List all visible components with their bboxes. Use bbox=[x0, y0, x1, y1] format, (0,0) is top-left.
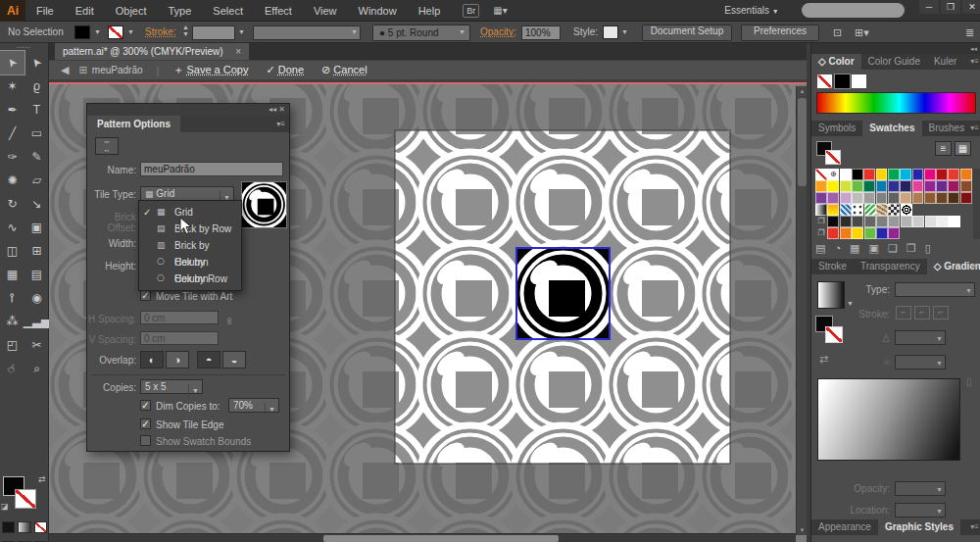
close-panel-icon[interactable]: ✕ bbox=[278, 105, 285, 114]
style-swatch[interactable] bbox=[603, 25, 618, 39]
fill-color-swatch[interactable] bbox=[74, 25, 90, 39]
link-spacing-icon[interactable]: ∞ bbox=[224, 318, 236, 325]
swatch[interactable] bbox=[863, 192, 875, 204]
gradient-angle-select[interactable]: ▼ bbox=[895, 330, 946, 345]
swatch[interactable] bbox=[827, 227, 839, 239]
vertical-scrollbar[interactable]: ▲ ▼ bbox=[796, 86, 807, 535]
color-themes-icon[interactable]: ◔ bbox=[834, 242, 841, 255]
tab-kuler[interactable]: Kuler bbox=[927, 54, 963, 70]
tab-symbols[interactable]: Symbols bbox=[811, 121, 862, 136]
swatch[interactable] bbox=[827, 216, 839, 227]
dim-copies-checkbox[interactable]: ✓ bbox=[140, 400, 151, 411]
menu-item-hex-by-row[interactable]: ⎔Hex by Row bbox=[139, 271, 241, 287]
swatch[interactable] bbox=[948, 169, 959, 180]
swatch[interactable] bbox=[948, 192, 959, 204]
gradient-slider[interactable] bbox=[817, 378, 960, 461]
show-swatch-bounds-checkbox[interactable] bbox=[140, 435, 151, 446]
panel-menu-icon[interactable]: ▾≡ bbox=[276, 120, 285, 128]
swap-fill-stroke-icon[interactable]: ⇄ bbox=[38, 474, 46, 484]
move-tile-checkbox[interactable]: ✓ bbox=[140, 290, 151, 301]
hand-tool[interactable]: ☞ bbox=[0, 357, 24, 380]
swatch[interactable] bbox=[924, 180, 936, 192]
list-view-button[interactable]: ≡ bbox=[935, 141, 952, 156]
menu-item-brick-by-column[interactable]: ▥Brick by Column bbox=[139, 237, 241, 254]
location-select[interactable]: ▼ bbox=[895, 503, 946, 517]
scale-tool[interactable]: ↘ bbox=[24, 192, 49, 216]
eraser-tool[interactable]: ▱ bbox=[24, 169, 49, 192]
chevron-down-icon[interactable]: ▼ bbox=[459, 28, 466, 35]
stroke-across-icon[interactable]: ⌐ bbox=[933, 306, 949, 320]
save-a-copy-button[interactable]: ＋ Save a Copy bbox=[172, 63, 248, 77]
align-icon[interactable]: ⊡ bbox=[833, 26, 842, 39]
tab-graphic-styles[interactable]: Graphic Styles bbox=[878, 519, 960, 535]
swatch[interactable] bbox=[863, 169, 875, 180]
swatch[interactable] bbox=[888, 227, 900, 239]
none-swatch[interactable] bbox=[815, 169, 827, 180]
new-color-group-icon[interactable]: ❏ bbox=[888, 242, 898, 255]
done-button[interactable]: ✓ Done bbox=[266, 64, 304, 76]
search-input[interactable] bbox=[802, 3, 905, 18]
exit-pattern-mode-icon[interactable]: ◀ bbox=[61, 64, 69, 76]
bridge-button[interactable]: Br bbox=[463, 4, 479, 18]
swatch[interactable] bbox=[864, 227, 876, 239]
swatch[interactable] bbox=[912, 216, 924, 227]
menu-edit[interactable]: Edit bbox=[65, 0, 105, 22]
swatch[interactable] bbox=[876, 192, 888, 204]
brush-definition[interactable]: ● 5 pt. Round bbox=[372, 25, 470, 41]
aspect-ratio-select[interactable]: ▼ bbox=[895, 355, 946, 370]
scroll-down-icon[interactable]: ▼ bbox=[797, 527, 808, 533]
menu-item-hex-by-column[interactable]: ⎔Hex by Column bbox=[139, 254, 241, 271]
grad-bw-swatch[interactable] bbox=[815, 204, 827, 216]
stroke-weight-stepper[interactable]: ▲▼ bbox=[182, 24, 189, 37]
chevron-down-icon[interactable]: ▼ bbox=[351, 28, 358, 35]
tab-stroke[interactable]: Stroke bbox=[811, 259, 854, 274]
pat-blue-swatch[interactable] bbox=[840, 204, 852, 216]
menu-effect[interactable]: Effect bbox=[254, 0, 303, 22]
blend-tool[interactable]: ◉ bbox=[24, 286, 49, 310]
chevron-down-icon[interactable]: ▼ bbox=[621, 28, 628, 35]
slice-tool[interactable]: ✂ bbox=[24, 333, 49, 357]
tab-color-guide[interactable]: Color Guide bbox=[861, 54, 927, 70]
type-tool[interactable]: T bbox=[24, 98, 49, 122]
pat-dot-swatch[interactable] bbox=[852, 204, 863, 216]
color-group-folder-icon[interactable]: ❐ bbox=[815, 216, 827, 227]
swatch[interactable] bbox=[852, 227, 863, 239]
line-segment-tool[interactable]: ╱ bbox=[0, 122, 24, 145]
swatch[interactable] bbox=[960, 192, 972, 204]
close-button[interactable]: ✕ bbox=[962, 0, 980, 14]
swatch[interactable] bbox=[827, 192, 839, 204]
swatch[interactable] bbox=[924, 169, 936, 180]
swatch[interactable] bbox=[840, 216, 852, 227]
cancel-button[interactable]: ⊘ Cancel bbox=[321, 64, 368, 76]
swatch[interactable] bbox=[900, 180, 911, 192]
swatch[interactable] bbox=[936, 169, 948, 180]
stroke-swatch[interactable] bbox=[15, 489, 36, 509]
tab-transparency[interactable]: Transparency bbox=[854, 259, 927, 274]
swatch[interactable] bbox=[876, 180, 888, 192]
swatch[interactable] bbox=[840, 227, 852, 239]
tab-appearance[interactable]: Appearance bbox=[811, 519, 878, 535]
swatch[interactable] bbox=[876, 227, 888, 239]
pat-tex1-swatch[interactable] bbox=[876, 204, 888, 216]
new-swatch-icon[interactable]: ❐ bbox=[906, 242, 916, 255]
rectangle-tool[interactable]: ▭ bbox=[24, 122, 49, 145]
stroke-panel-link[interactable]: Stroke: bbox=[145, 26, 176, 37]
v-spacing-field[interactable]: 0 cm bbox=[140, 331, 219, 345]
arrange-documents-icon[interactable]: ▦▾ bbox=[493, 5, 507, 16]
none-mode-button[interactable] bbox=[34, 521, 47, 533]
document-setup-button[interactable]: Document Setup bbox=[642, 25, 732, 41]
swatch[interactable] bbox=[948, 180, 959, 192]
restore-button[interactable]: ❐ bbox=[941, 0, 960, 14]
minimize-button[interactable]: ─ bbox=[919, 0, 939, 14]
horizontal-scroll-thumb[interactable] bbox=[323, 535, 559, 542]
dim-copies-select[interactable]: 70%▼ bbox=[228, 398, 279, 413]
swatch[interactable] bbox=[876, 169, 888, 180]
menu-view[interactable]: View bbox=[303, 0, 348, 22]
vertical-scroll-thumb[interactable] bbox=[798, 98, 807, 186]
stroke-along-icon[interactable]: ⌐ bbox=[914, 306, 930, 320]
swatch[interactable] bbox=[888, 216, 900, 227]
panel-menu-icon[interactable]: ▾≡ bbox=[970, 522, 979, 531]
menu-help[interactable]: Help bbox=[408, 0, 452, 22]
swatch[interactable] bbox=[925, 216, 937, 227]
swatch[interactable] bbox=[912, 180, 924, 192]
